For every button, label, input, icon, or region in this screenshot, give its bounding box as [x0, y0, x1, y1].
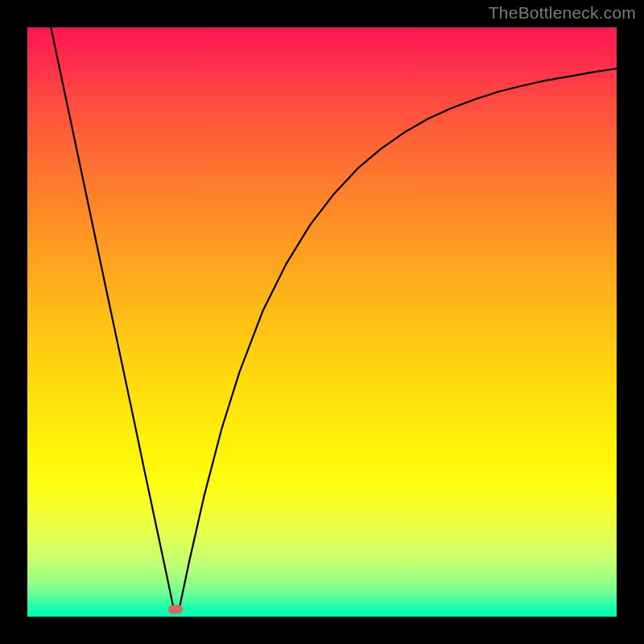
chart-plot-area	[27, 27, 617, 617]
optimal-point-marker	[168, 605, 183, 614]
watermark-text: TheBottleneck.com	[489, 3, 636, 23]
chart-frame: TheBottleneck.com	[0, 0, 644, 644]
bottleneck-curve	[27, 27, 617, 617]
